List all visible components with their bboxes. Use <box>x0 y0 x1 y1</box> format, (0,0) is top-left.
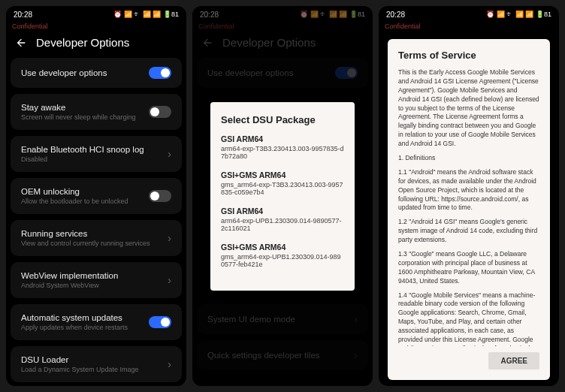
settings-list: Use developer options Stay awake Screen … <box>6 58 186 386</box>
phone-screen-1: 20:28 ⏰ 📶 ᯤ 📶 📶 🔋81 Confidential Develop… <box>6 6 186 386</box>
toggle-auto-update[interactable] <box>149 316 171 328</box>
row-title: Running services <box>21 229 168 238</box>
row-hci[interactable]: Enable Bluetooth HCI snoop log Disabled … <box>11 136 182 172</box>
phone-screen-3: 20:28 ⏰ 📶 ᯤ 📶 📶 🔋81 Confidential Terms o… <box>379 6 559 386</box>
status-icons: ⏰ 📶 ᯤ 📶 📶 🔋81 <box>486 11 551 18</box>
header: Developer Options <box>6 30 186 58</box>
row-oem[interactable]: OEM unlocking Allow the bootloader to be… <box>11 178 182 214</box>
pkg-name: GSI ARM64 <box>221 207 344 216</box>
row-sub: Disabled <box>21 155 168 163</box>
row-dsu[interactable]: DSU Loader Load a Dynamic System Update … <box>11 346 182 382</box>
row-sub: Load a Dynamic System Update Image <box>21 366 168 373</box>
row-title: Stay awake <box>21 103 149 112</box>
status-time: 20:28 <box>14 11 32 19</box>
row-sub: View and control currently running servi… <box>21 240 168 247</box>
row-sub: Allow the bootloader to be unlocked <box>21 198 149 205</box>
status-bar: 20:28 ⏰ 📶 ᯤ 📶 📶 🔋81 <box>6 6 186 23</box>
tos-paragraph: 1.2 "Android 14 GSI" means Google's gene… <box>398 218 539 245</box>
dsu-dialog: Select DSU Package GSI ARM64 arm64-exp-T… <box>210 102 355 291</box>
tos-body: This is the Early Access Google Mobile S… <box>398 68 539 346</box>
row-title: Use developer options <box>21 68 149 77</box>
row-webview[interactable]: WebView implementation Android System We… <box>11 262 182 298</box>
pkg-detail: arm64-exp-UPB1.230309.014-9890577-2c1160… <box>221 217 344 232</box>
row-use-dev[interactable]: Use developer options <box>11 58 182 88</box>
dsu-dialog-title: Select DSU Package <box>221 114 344 125</box>
pkg-detail: gms_arm64-exp-UPB1.230309.014-9890577-fe… <box>221 253 344 268</box>
chevron-right-icon: › <box>168 274 171 286</box>
row-title: DSU Loader <box>21 355 168 364</box>
tos-paragraph: 1.1 "Android" means the Android software… <box>398 168 539 213</box>
confidential-label: Confidential <box>6 23 186 30</box>
tos-paragraph: 1. Definitions <box>398 154 539 163</box>
row-stay-awake[interactable]: Stay awake Screen will never sleep while… <box>11 94 182 130</box>
dsu-package-item[interactable]: GSI ARM64 arm64-exp-UPB1.230309.014-9890… <box>221 207 344 232</box>
row-title: OEM unlocking <box>21 187 149 196</box>
tos-footer: AGREE <box>398 346 539 369</box>
row-title: Enable Bluetooth HCI snoop log <box>21 145 168 154</box>
row-title: WebView implementation <box>21 271 168 280</box>
pkg-name: GSI+GMS ARM64 <box>221 243 344 252</box>
dialog-overlay[interactable]: Select DSU Package GSI ARM64 arm64-exp-T… <box>192 6 373 386</box>
status-time: 20:28 <box>386 11 405 19</box>
toggle-use-dev[interactable] <box>149 67 171 79</box>
pkg-detail: arm64-exp-T3B3.230413.003-9957835-d7b72a… <box>221 145 344 160</box>
chevron-right-icon: › <box>168 232 171 244</box>
agree-button[interactable]: AGREE <box>488 352 539 369</box>
row-title: Automatic system updates <box>21 313 149 322</box>
row-sub: Apply updates when device restarts <box>21 324 149 331</box>
status-bar: 20:28 ⏰ 📶 ᯤ 📶 📶 🔋81 <box>379 6 559 23</box>
row-sub: Screen will never sleep while charging <box>21 113 149 121</box>
tos-title: Terms of Service <box>398 50 539 61</box>
confidential-label: Confidential <box>379 23 559 30</box>
tos-dialog: Terms of Service This is the Early Acces… <box>388 39 550 380</box>
pkg-name: GSI ARM64 <box>221 134 344 143</box>
toggle-oem[interactable] <box>149 190 171 202</box>
row-auto-update[interactable]: Automatic system updates Apply updates w… <box>11 304 182 340</box>
row-running[interactable]: Running services View and control curren… <box>11 220 182 256</box>
tos-paragraph: 1.4 "Google Mobile Services" means a mac… <box>398 291 539 346</box>
dsu-package-item[interactable]: GSI+GMS ARM64 gms_arm64-exp-UPB1.230309.… <box>221 243 344 268</box>
back-icon[interactable] <box>15 37 27 49</box>
tos-paragraph: 1.3 "Google" means Google LLC, a Delawar… <box>398 250 539 286</box>
toggle-stay-awake[interactable] <box>149 106 171 118</box>
status-icons: ⏰ 📶 ᯤ 📶 📶 🔋81 <box>113 11 179 18</box>
chevron-right-icon: › <box>168 358 171 370</box>
dsu-package-item[interactable]: GSI ARM64 arm64-exp-T3B3.230413.003-9957… <box>221 134 344 160</box>
page-title: Developer Options <box>36 36 129 49</box>
row-sub: Android System WebView <box>21 282 168 289</box>
tos-paragraph: This is the Early Access Google Mobile S… <box>398 68 539 149</box>
pkg-detail: gms_arm64-exp-T3B3.230413.003-9957835-c0… <box>221 181 344 196</box>
phone-screen-2: 20:28 ⏰ 📶 ᯤ 📶 📶 🔋81 Confidential Develop… <box>192 6 373 386</box>
pkg-name: GSI+GMS ARM64 <box>221 170 344 179</box>
chevron-right-icon: › <box>168 148 171 160</box>
dsu-package-item[interactable]: GSI+GMS ARM64 gms_arm64-exp-T3B3.230413.… <box>221 170 344 196</box>
